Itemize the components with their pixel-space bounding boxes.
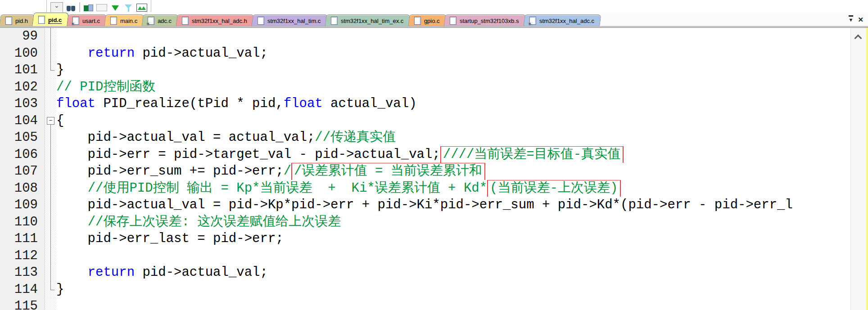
code-text[interactable]: return pid->actual_val; bbox=[56, 45, 868, 62]
code-text[interactable] bbox=[56, 247, 868, 265]
code-text[interactable]: float PID_realize(tPid * pid,float actua… bbox=[56, 95, 868, 112]
tab-overflow-button[interactable]: ▼ bbox=[849, 15, 854, 23]
flag-box-icon[interactable] bbox=[136, 4, 147, 12]
source-file-icon bbox=[38, 16, 45, 24]
fold-margin bbox=[45, 129, 56, 146]
tab-pid.c[interactable]: pid.c bbox=[32, 13, 69, 26]
line-number: 101 bbox=[0, 62, 45, 79]
comment-segment: //传递真实值 bbox=[315, 130, 396, 145]
code-segment bbox=[56, 265, 88, 280]
code-segment: pid->actual_val = actual_val; bbox=[56, 130, 315, 145]
code-text[interactable]: } bbox=[56, 281, 868, 298]
line-number: 113 bbox=[0, 264, 45, 281]
code-text[interactable]: pid->err = pid->target_val - pid->actual… bbox=[56, 146, 868, 163]
fold-rail bbox=[50, 247, 51, 265]
code-segment: pid->actual_val = pid->Kp*pid->err + pid… bbox=[56, 198, 793, 212]
green-arrow-down-icon[interactable] bbox=[110, 3, 120, 12]
find-binoculars-icon[interactable] bbox=[66, 3, 76, 12]
code-line: 110 //保存上次误差: 这次误差赋值给上次误差 bbox=[0, 214, 868, 231]
toolbar-icon-group bbox=[46, 0, 151, 12]
tab-gpio.c[interactable]: gpio.c bbox=[408, 14, 447, 26]
code-segment: pid->err = pid->target_val - pid->actual… bbox=[56, 147, 440, 162]
fold-rail bbox=[50, 163, 51, 180]
tab-pid.h[interactable]: pid.h bbox=[0, 14, 35, 26]
fold-margin bbox=[45, 197, 56, 214]
fold-rail bbox=[50, 180, 51, 197]
fold-rail bbox=[50, 124, 51, 130]
line-number: 109 bbox=[0, 197, 45, 214]
code-text[interactable]: } bbox=[56, 62, 868, 79]
scroll-up-arrow-icon[interactable] bbox=[855, 34, 860, 40]
tab-stm32f1xx_hal_tim_ex.c[interactable]: stm32f1xx_hal_tim_ex.c bbox=[325, 14, 411, 26]
tab-stm32f1xx_hal_adc.c[interactable]: stm32f1xx_hal_adc.c bbox=[523, 14, 601, 26]
tab-adc.c[interactable]: adc.c bbox=[141, 14, 178, 26]
fold-rail bbox=[50, 197, 51, 214]
code-text[interactable] bbox=[56, 298, 868, 310]
source-file-icon bbox=[258, 17, 264, 25]
fold-margin bbox=[45, 180, 56, 197]
fold-margin bbox=[45, 79, 56, 96]
line-number: 111 bbox=[0, 230, 45, 247]
code-text[interactable]: pid->err_last = pid->err; bbox=[56, 230, 868, 247]
source-file-icon bbox=[110, 17, 117, 25]
code-line: 114} bbox=[0, 281, 868, 298]
frame-icon[interactable] bbox=[96, 4, 107, 11]
fold-margin bbox=[45, 62, 56, 79]
tab-stm32f1xx_hal_adc.h[interactable]: stm32f1xx_hal_adc.h bbox=[176, 14, 254, 26]
code-line: 99 bbox=[0, 28, 868, 45]
code-text[interactable]: pid->actual_val = actual_val;//传递真实值 bbox=[56, 129, 868, 146]
source-file-gear-icon bbox=[529, 17, 536, 25]
tab-usart.c[interactable]: usart.c bbox=[66, 14, 107, 26]
line-number: 114 bbox=[0, 281, 45, 298]
keil-uvision-window: { "toolbar": { "icons": ["combo-dropdown… bbox=[0, 0, 868, 310]
code-text[interactable]: //使用PID控制 输出 = Kp*当前误差 + Ki*误差累计值 + Kd*(… bbox=[56, 180, 868, 197]
annotated-comment-segment: ////当前误差=目标值-真实值 bbox=[440, 146, 624, 163]
line-number: 102 bbox=[0, 79, 45, 96]
fold-rail bbox=[50, 28, 51, 45]
fold-collapse-button[interactable]: − bbox=[47, 117, 54, 125]
code-text[interactable]: pid->err_sum += pid->err;//误差累计值 = 当前误差累… bbox=[56, 163, 868, 180]
comment-segment: // PID控制函数 bbox=[56, 80, 155, 94]
editor-yellow-edge bbox=[866, 28, 868, 310]
code-editor[interactable]: 99100 return pid->actual_val;101}102// P… bbox=[0, 28, 868, 310]
source-file-icon bbox=[450, 17, 457, 25]
tab-startup_stm32f103xb.s[interactable]: startup_stm32f103xb.s bbox=[444, 14, 526, 26]
tab-label: main.c bbox=[120, 17, 137, 24]
code-line: 100 return pid->actual_val; bbox=[0, 45, 868, 62]
tab-stm32f1xx_hal_tim.c[interactable]: stm32f1xx_hal_tim.c bbox=[251, 14, 328, 26]
line-number: 103 bbox=[0, 95, 45, 112]
tab-main.c[interactable]: main.c bbox=[104, 14, 144, 26]
fold-margin bbox=[45, 95, 56, 112]
code-text[interactable]: return pid->actual_val; bbox=[56, 264, 868, 281]
code-text[interactable]: // PID控制函数 bbox=[56, 79, 868, 96]
code-line: 108 //使用PID控制 输出 = Kp*当前误差 + Ki*误差累计值 + … bbox=[0, 180, 868, 197]
funnel-icon[interactable] bbox=[123, 3, 133, 12]
line-number: 104 bbox=[0, 112, 45, 130]
code-text[interactable]: pid->actual_val = pid->Kp*pid->err + pid… bbox=[56, 197, 868, 214]
tab-label: stm32f1xx_hal_tim_ex.c bbox=[341, 17, 403, 24]
code-segment bbox=[56, 215, 88, 229]
tab-bar-tools: ▼ ✕ bbox=[849, 15, 868, 26]
fold-rail bbox=[50, 146, 51, 163]
vertical-scrollbar[interactable] bbox=[850, 28, 866, 310]
code-text[interactable]: //保存上次误差: 这次误差赋值给上次误差 bbox=[56, 214, 868, 231]
line-number: 115 bbox=[0, 298, 45, 310]
line-number: 99 bbox=[0, 28, 45, 45]
code-line: 105 pid->actual_val = actual_val;//传递真实值 bbox=[0, 129, 868, 146]
comment-segment: / bbox=[284, 164, 291, 179]
code-text[interactable] bbox=[56, 28, 868, 45]
source-file-gear-icon bbox=[148, 17, 154, 25]
code-segment: PID_realize(tPid * pid, bbox=[95, 96, 284, 111]
combo-dropdown-icon[interactable] bbox=[50, 2, 63, 12]
code-line: 104−{ bbox=[0, 112, 868, 130]
code-segment: { bbox=[56, 113, 64, 128]
code-text[interactable]: { bbox=[56, 112, 868, 130]
fold-margin bbox=[45, 264, 56, 281]
tab-close-button[interactable]: ✕ bbox=[858, 16, 863, 23]
fold-end-corner bbox=[50, 62, 54, 71]
columns-icon[interactable] bbox=[83, 3, 93, 12]
source-file-icon bbox=[5, 17, 12, 25]
tab-label: stm32f1xx_hal_adc.c bbox=[539, 17, 594, 24]
fold-margin bbox=[45, 247, 56, 265]
line-number: 100 bbox=[0, 45, 45, 62]
